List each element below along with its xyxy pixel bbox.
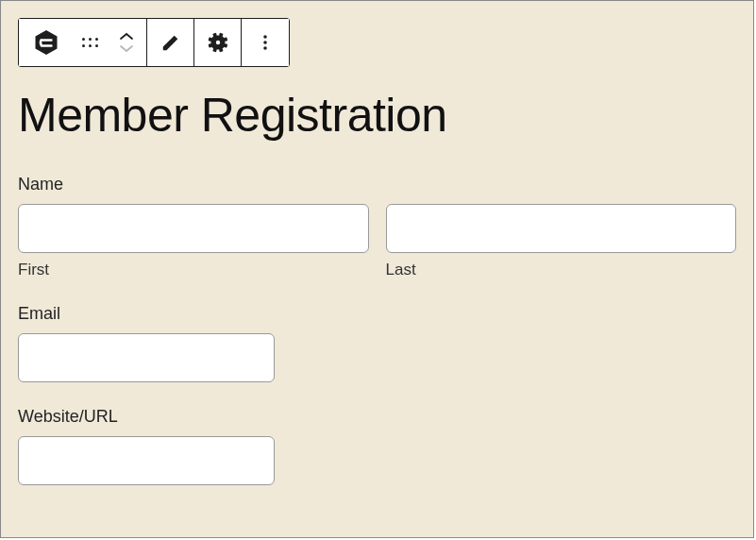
email-label: Email bbox=[18, 304, 736, 324]
website-input[interactable] bbox=[18, 436, 275, 485]
svg-marker-0 bbox=[36, 30, 58, 55]
first-name-sublabel: First bbox=[18, 261, 369, 279]
chevron-up-icon bbox=[119, 32, 134, 42]
form-title: Member Registration bbox=[18, 88, 736, 143]
form-body: Name First Last Email Website/URL bbox=[18, 175, 736, 485]
email-input[interactable] bbox=[18, 333, 275, 382]
svg-point-2 bbox=[263, 35, 267, 39]
name-label: Name bbox=[18, 175, 736, 194]
chevron-down-icon bbox=[119, 43, 134, 53]
settings-button[interactable] bbox=[194, 19, 242, 66]
website-label: Website/URL bbox=[18, 407, 736, 427]
name-row: First Last bbox=[18, 204, 736, 279]
first-name-input[interactable] bbox=[18, 204, 369, 253]
drag-handle-button[interactable] bbox=[74, 19, 106, 66]
block-toolbar bbox=[18, 18, 290, 67]
svg-point-1 bbox=[215, 41, 219, 44]
more-vertical-icon bbox=[256, 33, 275, 52]
last-name-input[interactable] bbox=[386, 204, 737, 253]
last-name-sublabel: Last bbox=[386, 261, 737, 279]
svg-point-4 bbox=[263, 46, 267, 50]
edit-button[interactable] bbox=[147, 19, 194, 66]
gear-icon bbox=[207, 31, 229, 54]
editor-canvas: Member Registration Name First Last Emai… bbox=[0, 0, 754, 538]
gravity-forms-icon bbox=[32, 28, 60, 57]
block-type-button[interactable] bbox=[19, 19, 74, 66]
svg-point-3 bbox=[263, 41, 267, 44]
drag-handle-icon bbox=[82, 35, 97, 50]
pencil-icon bbox=[160, 32, 181, 53]
move-down-button[interactable] bbox=[119, 43, 134, 53]
more-options-button[interactable] bbox=[242, 19, 289, 66]
move-up-button[interactable] bbox=[119, 32, 134, 42]
